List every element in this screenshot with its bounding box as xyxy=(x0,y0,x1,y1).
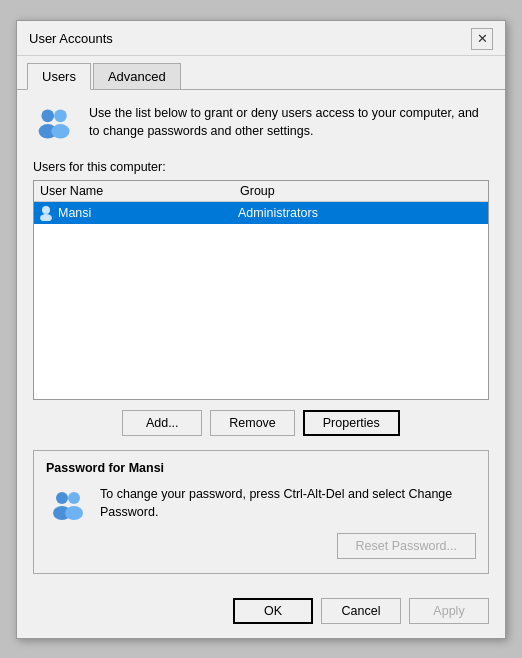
ok-button[interactable]: OK xyxy=(233,598,313,624)
apply-button[interactable]: Apply xyxy=(409,598,489,624)
bottom-buttons: OK Cancel Apply xyxy=(17,588,505,638)
action-buttons: Add... Remove Properties xyxy=(33,410,489,436)
password-info: To change your password, press Ctrl-Alt-… xyxy=(46,485,476,525)
col-group: Group xyxy=(240,184,275,198)
list-header: User Name Group xyxy=(34,181,488,202)
users-section-label: Users for this computer: xyxy=(33,160,489,174)
svg-point-3 xyxy=(51,124,69,139)
close-button[interactable]: ✕ xyxy=(471,28,493,50)
info-section: Use the list below to grant or deny user… xyxy=(33,104,489,144)
tab-bar: Users Advanced xyxy=(17,56,505,90)
add-button[interactable]: Add... xyxy=(122,410,202,436)
svg-point-2 xyxy=(54,109,67,122)
info-text: Use the list below to grant or deny user… xyxy=(89,104,489,142)
title-bar: User Accounts ✕ xyxy=(17,21,505,56)
col-username: User Name xyxy=(40,184,240,198)
svg-point-6 xyxy=(56,492,68,504)
tab-advanced[interactable]: Advanced xyxy=(93,63,181,90)
svg-point-8 xyxy=(68,492,80,504)
user-row-icon xyxy=(38,205,54,221)
password-section-label: Password for Mansi xyxy=(46,461,476,475)
svg-point-4 xyxy=(42,206,50,214)
cancel-button[interactable]: Cancel xyxy=(321,598,401,624)
user-row-name: Mansi xyxy=(38,205,238,221)
password-section: Password for Mansi To change your passwo… xyxy=(33,450,489,574)
user-row-group: Administrators xyxy=(238,206,484,220)
reset-password-button[interactable]: Reset Password... xyxy=(337,533,476,559)
users-icon xyxy=(33,104,77,144)
reset-password-row: Reset Password... xyxy=(46,533,476,559)
tab-users[interactable]: Users xyxy=(27,63,91,90)
password-text: To change your password, press Ctrl-Alt-… xyxy=(100,485,476,523)
user-list-row[interactable]: Mansi Administrators xyxy=(34,202,488,224)
password-user-icon xyxy=(46,485,90,525)
properties-button[interactable]: Properties xyxy=(303,410,400,436)
user-list-container: User Name Group Mansi Administrators xyxy=(33,180,489,400)
svg-point-0 xyxy=(41,109,54,122)
main-window: User Accounts ✕ Users Advanced Use the l xyxy=(16,20,506,639)
remove-button[interactable]: Remove xyxy=(210,410,295,436)
window-title: User Accounts xyxy=(29,31,113,46)
content-area: Use the list below to grant or deny user… xyxy=(17,90,505,588)
svg-point-9 xyxy=(65,506,83,520)
svg-point-5 xyxy=(40,214,52,221)
